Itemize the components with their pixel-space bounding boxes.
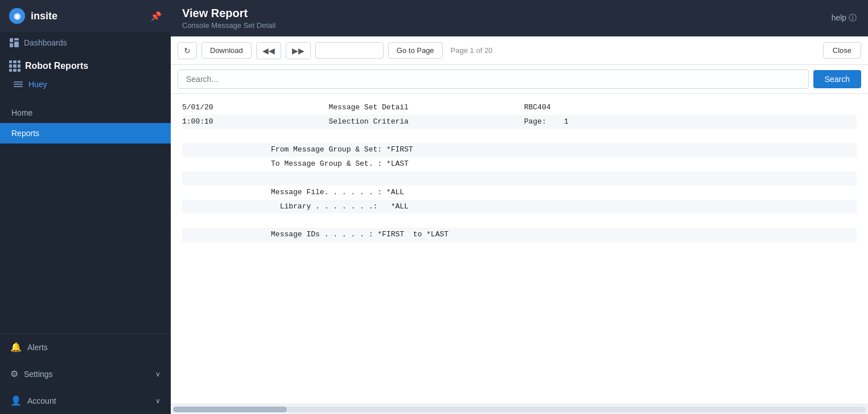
search-bar: Search (171, 65, 868, 94)
scrollbar-track (173, 407, 866, 412)
sidebar-header: ◉ insite 📌 (0, 0, 171, 32)
svg-rect-0 (10, 38, 13, 42)
sidebar-bottom: 🔔 Alerts ⚙ Settings ∨ 👤 Account ∨ (0, 333, 171, 414)
top-bar-right: help ⓘ (832, 13, 857, 23)
svg-rect-1 (14, 38, 19, 40)
top-bar-left: View Report Console Message Set Detail (182, 7, 275, 30)
sidebar-item-account[interactable]: 👤 Account ∨ (0, 387, 171, 414)
report-row: Library . . . . . . .: *ALL (182, 200, 857, 214)
report-row: 1:00:10 Selection Criteria Page: 1 (182, 115, 857, 129)
app-logo: ◉ insite (9, 8, 57, 24)
robot-reports-icon (9, 60, 20, 72)
page-title: View Report (182, 7, 275, 20)
report-row: Message File. . . . . . : *ALL (182, 186, 857, 200)
report-row: To Message Group & Set. : *LAST (182, 157, 857, 171)
main-content: View Report Console Message Set Detail h… (171, 0, 868, 414)
sidebar-item-settings[interactable]: ⚙ Settings ∨ (0, 360, 171, 387)
reports-label: Reports (11, 129, 39, 138)
horizontal-scrollbar[interactable] (171, 404, 868, 414)
sidebar-item-home[interactable]: Home (0, 103, 171, 123)
page-subtitle: Console Message Set Detail (182, 21, 275, 30)
next-page-button[interactable]: ▶▶ (286, 42, 311, 59)
sidebar-item-huey[interactable]: Huey (0, 75, 171, 93)
scrollbar-thumb (173, 407, 287, 412)
search-button[interactable]: Search (813, 70, 861, 88)
report-container[interactable]: 5/01/20 Message Set Detail RBC4041:00:10… (171, 94, 868, 404)
sidebar-item-alerts[interactable]: 🔔 Alerts (0, 334, 171, 360)
pin-icon[interactable]: 📌 (150, 11, 162, 22)
next-icon: ▶▶ (292, 46, 305, 55)
search-button-label: Search (825, 75, 850, 84)
report-row: Message IDs . . . . . : *FIRST to *LAST (182, 228, 857, 242)
app-name: insite (31, 10, 57, 22)
list-icon (14, 81, 23, 87)
close-button[interactable]: Close (823, 42, 861, 59)
page-number-input[interactable] (315, 42, 384, 59)
sidebar-item-reports[interactable]: Reports (0, 123, 171, 144)
top-bar: View Report Console Message Set Detail h… (171, 0, 868, 36)
svg-rect-3 (14, 42, 19, 47)
refresh-icon: ↻ (184, 46, 191, 55)
report-row (182, 129, 857, 144)
alerts-label: Alerts (27, 343, 48, 352)
account-expand-icon: ∨ (155, 397, 161, 405)
report-scroll-area[interactable]: 5/01/20 Message Set Detail RBC4041:00:10… (171, 94, 868, 404)
account-label: Account (27, 396, 56, 405)
toolbar: ↻ Download ◀◀ ▶▶ Go to Page Page 1 of 20… (171, 36, 868, 65)
go-to-page-label: Go to Page (397, 46, 434, 55)
sidebar-robot-reports: Robot Reports (0, 54, 171, 75)
help-label[interactable]: help ⓘ (832, 13, 857, 23)
report-row: From Message Group & Set: *FIRST (182, 143, 857, 157)
prev-icon: ◀◀ (262, 46, 275, 55)
dashboards-icon (9, 38, 19, 48)
sidebar-item-dashboards[interactable]: Dashboards (0, 32, 171, 54)
sidebar-sub-item-label: Huey (28, 80, 47, 89)
dashboards-label: Dashboards (24, 38, 67, 47)
bell-icon: 🔔 (10, 342, 22, 352)
report-row (182, 171, 857, 186)
robot-reports-label: Robot Reports (25, 61, 88, 71)
prev-page-button[interactable]: ◀◀ (256, 42, 281, 59)
settings-label: Settings (24, 370, 53, 379)
nav-section: Home Reports (0, 99, 171, 147)
go-to-page-button[interactable]: Go to Page (388, 42, 443, 59)
logo-icon: ◉ (9, 8, 25, 24)
close-label: Close (833, 46, 851, 55)
page-info: Page 1 of 20 (451, 46, 493, 55)
svg-rect-2 (10, 43, 13, 47)
report-content: 5/01/20 Message Set Detail RBC4041:00:10… (171, 94, 868, 249)
download-button[interactable]: Download (201, 42, 252, 59)
search-input[interactable] (178, 69, 809, 89)
gear-icon: ⚙ (10, 368, 18, 379)
sidebar: ◉ insite 📌 Dashboards Robot Reports Huey… (0, 0, 171, 414)
settings-expand-icon: ∨ (155, 370, 161, 378)
user-icon: 👤 (10, 395, 22, 406)
refresh-button[interactable]: ↻ (178, 42, 197, 59)
home-label: Home (11, 108, 32, 117)
download-label: Download (210, 46, 243, 55)
report-row: 5/01/20 Message Set Detail RBC404 (182, 101, 857, 115)
report-row (182, 214, 857, 228)
